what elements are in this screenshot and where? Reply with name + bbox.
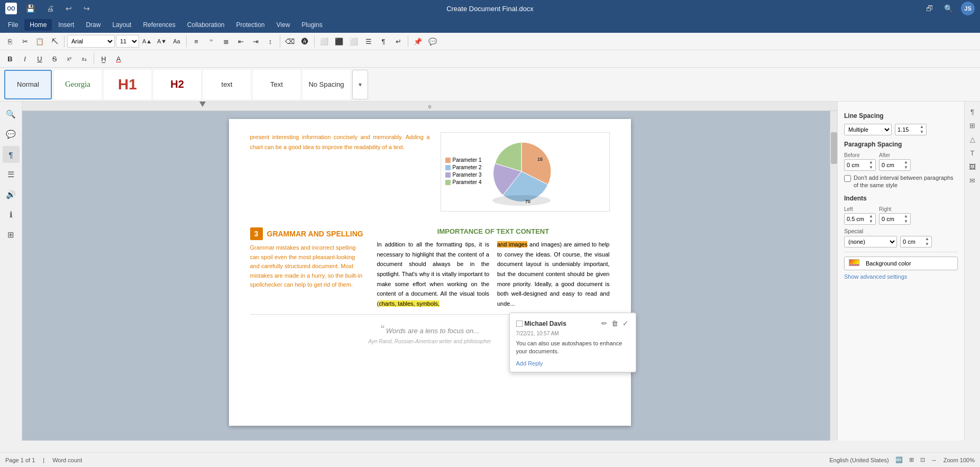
style-h2[interactable]: H2 <box>153 70 201 99</box>
special-up[interactable]: ▲ <box>925 236 929 242</box>
align-left-button[interactable]: ⬜ <box>317 34 331 48</box>
sidebar-comment-left-icon[interactable]: ⊞ <box>3 226 20 243</box>
right-sidebar-shape-icon[interactable]: △ <box>967 133 978 145</box>
fit-page-button[interactable]: ⊡ <box>920 456 925 463</box>
sidebar-info-icon[interactable]: ℹ <box>3 206 20 223</box>
font-grow-button[interactable]: A▲ <box>140 34 154 48</box>
sidebar-headings-icon[interactable]: ☰ <box>3 166 20 183</box>
bullet-list-button[interactable]: ≡ <box>189 34 203 48</box>
menu-protection[interactable]: Protection <box>231 19 270 31</box>
show-advanced-link[interactable]: Show advanced settings <box>844 273 958 280</box>
style-normal[interactable]: Normal <box>4 70 52 99</box>
scrollbar-thumb[interactable] <box>831 132 837 164</box>
nonprint-button[interactable]: ↵ <box>391 34 405 48</box>
add-reply-link[interactable]: Add Reply <box>516 360 543 367</box>
before-up[interactable]: ▲ <box>869 160 873 165</box>
sidebar-chat-icon[interactable]: 💬 <box>3 126 20 143</box>
insert-track-button[interactable]: 📌 <box>411 34 425 48</box>
style-h1[interactable]: H1 <box>104 70 151 99</box>
increase-indent-button[interactable]: ⇥ <box>249 34 262 48</box>
comment-button[interactable]: 💬 <box>426 34 439 48</box>
clear-format-button[interactable]: ⌫ <box>283 34 297 48</box>
word-count-label[interactable]: Word count <box>52 457 82 463</box>
save-button[interactable]: 💾 <box>23 3 38 14</box>
copy-button[interactable]: ⎘ <box>3 34 17 48</box>
superscript-button[interactable]: x² <box>62 52 76 66</box>
right-sidebar-grid-icon[interactable]: ⊞ <box>967 120 978 131</box>
font-size-select[interactable]: 11 <box>116 35 139 48</box>
line-spacing-up[interactable]: ▲ <box>920 124 924 130</box>
comment-delete-button[interactable]: 🗑 <box>610 318 619 328</box>
save-cloud-button[interactable]: 🗗 <box>923 3 936 14</box>
style-text[interactable]: text <box>203 70 251 99</box>
highlight-button[interactable]: H̲ <box>97 52 111 66</box>
format-painter-button[interactable]: ⛏ <box>48 34 61 48</box>
right-indent-down[interactable]: ▼ <box>904 219 908 224</box>
language-label[interactable]: English (United States) <box>829 457 889 463</box>
underline-button[interactable]: U <box>33 52 47 66</box>
right-sidebar-mail-icon[interactable]: ✉ <box>967 175 978 186</box>
menu-file[interactable]: File <box>3 19 23 31</box>
paragraph-marks-button[interactable]: ¶ <box>377 34 390 48</box>
numbered-list-button[interactable]: ⁼ <box>204 34 218 48</box>
align-center-button[interactable]: ⬛ <box>332 34 346 48</box>
subscript-button[interactable]: x₂ <box>77 52 91 66</box>
sidebar-speaker-icon[interactable]: 🔊 <box>3 186 20 203</box>
before-down[interactable]: ▼ <box>869 165 873 170</box>
menu-view[interactable]: View <box>271 19 296 31</box>
font-name-select[interactable]: Arial <box>67 35 115 48</box>
special-down[interactable]: ▼ <box>925 242 929 247</box>
decrease-indent-button[interactable]: ⇤ <box>234 34 248 48</box>
menu-draw[interactable]: Draw <box>80 19 106 31</box>
before-value[interactable]: 0 cm ▲ ▼ <box>844 159 876 171</box>
line-spacing-down[interactable]: ▼ <box>920 130 924 135</box>
sidebar-paragraph-icon[interactable]: ¶ <box>3 146 20 163</box>
zoom-label[interactable]: Zoom 100% <box>944 457 975 463</box>
paste-button[interactable]: 📋 <box>33 34 47 48</box>
left-indent-value[interactable]: 0.5 cm ▲ ▼ <box>844 213 876 225</box>
style-copy-button[interactable]: 🅐 <box>298 34 312 48</box>
right-indent-value[interactable]: 0 cm ▲ ▼ <box>879 213 911 225</box>
redo-button[interactable]: ↪ <box>81 3 93 14</box>
dont-add-interval-checkbox[interactable] <box>844 175 851 182</box>
right-sidebar-image-icon[interactable]: 🖼 <box>967 161 978 172</box>
style-text-para[interactable]: Text <box>253 70 300 99</box>
sidebar-search-icon[interactable]: 🔍 <box>3 106 20 123</box>
menu-references[interactable]: References <box>138 19 180 31</box>
style-georgia[interactable]: Georgia <box>54 70 102 99</box>
bold-button[interactable]: B <box>3 52 17 66</box>
line-spacing-type-select[interactable]: Multiple <box>844 124 892 135</box>
right-indent-up[interactable]: ▲ <box>904 214 908 219</box>
spell-check-icon[interactable]: 🔤 <box>895 456 903 463</box>
track-changes-icon[interactable]: ⊞ <box>909 456 914 463</box>
line-spacing-value[interactable]: 1.15 ▲ ▼ <box>895 124 927 135</box>
user-avatar[interactable]: JS <box>961 2 975 15</box>
after-down[interactable]: ▼ <box>904 165 908 170</box>
print-button[interactable]: 🖨 <box>44 3 57 14</box>
fit-width-button[interactable]: ↔ <box>931 457 937 463</box>
menu-home[interactable]: Home <box>24 19 52 31</box>
right-sidebar-paragraph-icon[interactable]: ¶ <box>967 106 978 117</box>
strikethrough-button[interactable]: S <box>48 52 61 66</box>
after-value[interactable]: 0 cm ▲ ▼ <box>879 159 911 171</box>
align-justify-button[interactable]: ☰ <box>362 34 375 48</box>
after-up[interactable]: ▲ <box>904 160 908 165</box>
style-dropdown[interactable]: ▾ <box>352 70 368 99</box>
italic-button[interactable]: I <box>18 52 32 66</box>
special-select[interactable]: (none) <box>844 236 897 248</box>
align-right-button[interactable]: ⬜ <box>347 34 361 48</box>
left-indent-down[interactable]: ▼ <box>869 219 873 224</box>
line-spacing-toolbar-button[interactable]: ↕ <box>263 34 277 48</box>
comment-check-button[interactable]: ✓ <box>621 318 629 328</box>
font-color-button[interactable]: A <box>112 52 125 66</box>
menu-insert[interactable]: Insert <box>53 19 79 31</box>
cut-button[interactable]: ✂ <box>18 34 32 48</box>
undo-button[interactable]: ↩ <box>63 3 75 14</box>
right-sidebar-text-icon[interactable]: T <box>967 147 978 159</box>
menu-plugins[interactable]: Plugins <box>296 19 327 31</box>
font-shrink-button[interactable]: A▼ <box>155 34 169 48</box>
style-no-spacing[interactable]: No Spacing <box>303 70 350 99</box>
change-case-button[interactable]: Aa <box>170 34 184 48</box>
left-indent-up[interactable]: ▲ <box>869 214 873 219</box>
special-value[interactable]: 0 cm ▲ ▼ <box>900 236 932 248</box>
